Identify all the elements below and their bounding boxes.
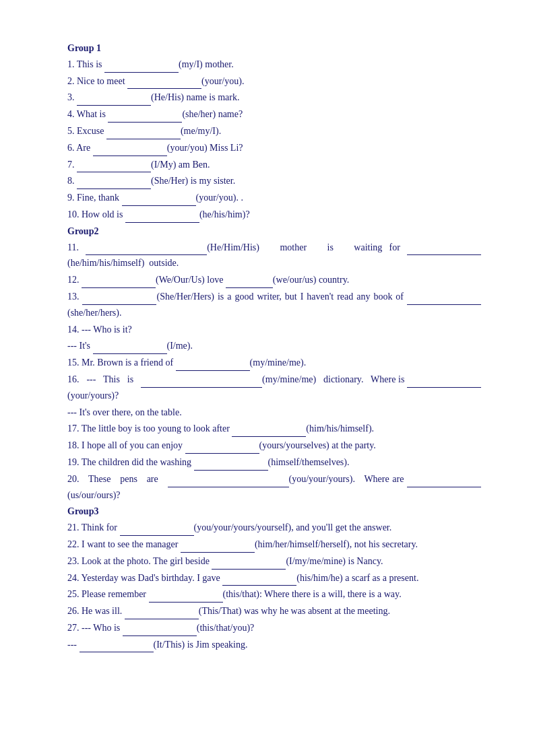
blank-13a[interactable] [82, 296, 156, 305]
blank-26[interactable] [125, 610, 199, 619]
blank-24[interactable] [222, 576, 296, 586]
line-19: 19. The children did the washing (himsel… [67, 454, 481, 471]
blank-23[interactable] [212, 560, 286, 570]
group-2: Group2 11. (He/Him/His) mother is waitin… [67, 224, 481, 504]
blank-21[interactable] [120, 526, 194, 536]
line-9: 9. Fine, thank (your/you). . [67, 190, 481, 206]
line-22: 22. I want to see the manager (him/her/h… [67, 537, 481, 553]
blank-22[interactable] [181, 543, 255, 553]
blank-11a[interactable] [86, 246, 207, 255]
blank-18[interactable] [185, 444, 259, 454]
line-18: 18. I hope all of you can enjoy (yours/y… [67, 438, 481, 454]
group-2-title: Group2 [67, 226, 98, 236]
line-2: 2. Nice to meet (your/you). [67, 73, 481, 90]
line-16-a: --- It's over there, on the table. [67, 405, 481, 421]
blank-20b[interactable] [407, 478, 481, 487]
blank-25[interactable] [149, 593, 223, 603]
blank-17[interactable] [232, 427, 306, 437]
blank-4[interactable] [108, 113, 182, 123]
line-6: 6. Are (your/you) Miss Li? [67, 140, 481, 156]
line-14-q: 14. --- Who is it? [67, 322, 481, 338]
worksheet: Group 1 1. This is (my/I) mother. 2. Nic… [67, 40, 481, 652]
line-12: 12. (We/Our/Us) love (we/our/us) country… [67, 272, 481, 288]
line-13: 13. (She/Her/Hers) is a good writer, but… [67, 289, 481, 321]
blank-13b[interactable] [407, 296, 481, 305]
blank-6[interactable] [93, 147, 167, 156]
line-3: 3. (He/His) name is mark. [67, 90, 481, 106]
line-15: 15. Mr. Brown is a friend of (my/mine/me… [67, 355, 481, 371]
blank-12a[interactable] [82, 279, 156, 288]
blank-27b[interactable] [80, 643, 154, 652]
blank-16b[interactable] [407, 378, 481, 388]
blank-11b[interactable] [407, 246, 481, 255]
blank-12b[interactable] [226, 279, 273, 288]
line-7: 7. (I/My) am Ben. [67, 157, 481, 173]
line-14-a: --- It's (I/me). [67, 338, 481, 354]
line-27-q: 27. --- Who is (this/that/you)? [67, 620, 481, 636]
blank-15[interactable] [176, 362, 250, 371]
blank-1[interactable] [104, 63, 179, 73]
line-16-q: 16. --- This is (my/mine/me) dictionary.… [67, 372, 481, 404]
blank-19[interactable] [194, 461, 268, 471]
line-4: 4. What is (she/her) name? [67, 106, 481, 123]
line-11: 11. (He/Him/His) mother is waiting for (… [67, 240, 481, 272]
line-27-a: --- (It/This) is Jim speaking. [67, 637, 481, 653]
blank-9[interactable] [122, 197, 196, 206]
blank-3[interactable] [77, 96, 151, 106]
line-17: 17. The little boy is too young to look … [67, 421, 481, 437]
line-25: 25. Please remember (this/that): Where t… [67, 586, 481, 603]
blank-27a[interactable] [123, 627, 197, 636]
line-26: 26. He was ill. (This/That) was why he w… [67, 603, 481, 619]
group-1-title: Group 1 [67, 43, 101, 53]
blank-14[interactable] [93, 345, 167, 354]
blank-7[interactable] [77, 163, 151, 172]
group-3-title: Group3 [67, 506, 98, 516]
line-8: 8. (She/Her) is my sister. [67, 173, 481, 189]
blank-10[interactable] [125, 213, 199, 223]
line-20: 20. These pens are (you/your/yours). Whe… [67, 471, 481, 504]
line-23: 23. Look at the photo. The girl beside (… [67, 553, 481, 570]
group-3: Group3 21. Think for (you/your/yours/you… [67, 504, 481, 652]
line-21: 21. Think for (you/your/yours/yourself),… [67, 520, 481, 536]
line-10: 10. How old is (he/his/him)? [67, 207, 481, 223]
blank-20a[interactable] [168, 478, 289, 487]
blank-16a[interactable] [141, 378, 262, 388]
blank-8[interactable] [77, 180, 151, 189]
line-1: 1. This is (my/I) mother. [67, 57, 481, 73]
line-24: 24. Yesterday was Dad's birthday. I gave… [67, 570, 481, 586]
blank-2[interactable] [127, 79, 201, 89]
line-5: 5. Excuse (me/my/I). [67, 123, 481, 139]
blank-5[interactable] [106, 130, 181, 139]
group-1: Group 1 1. This is (my/I) mother. 2. Nic… [67, 40, 481, 223]
